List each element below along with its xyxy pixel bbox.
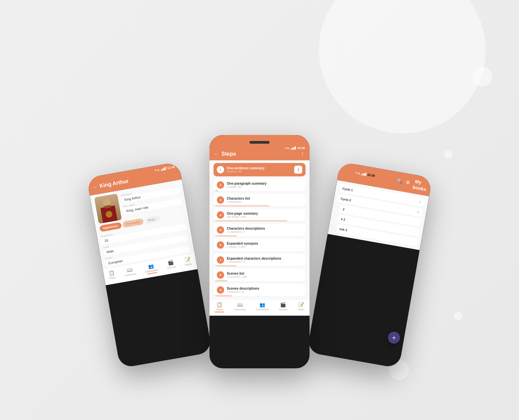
step-subtitle-4: 241 words / 300 [227,215,302,218]
bg-decoration-4 [454,312,462,320]
phones-scene: ▾▲ 12:30 ← King Arthur [109,52,410,368]
scenes-nav-label: Scenes [167,265,176,269]
step-number-9: 9 [217,286,224,294]
left-nav-summary[interactable]: 📖 Summary [124,266,137,278]
step-number-2: 2 [217,181,224,189]
step-title-2: One-paragraph summary [227,182,302,185]
center-time: 12:30 [297,146,305,150]
center-summary-nav-icon: 📖 [237,302,243,307]
center-nav-steps[interactable]: 📋 Steps [214,302,224,312]
center-title: Steps [221,151,236,157]
step-item-1[interactable]: 1 One-sentence summary 0 words / 50 ℹ [213,163,306,176]
step-subtitle-3: 4 characters [227,200,302,203]
center-header-row: ← Steps ⋮ [214,151,305,157]
center-scenes-nav-icon: 🎬 [280,302,286,307]
scenes-nav-icon: 🎬 [167,259,174,266]
step-info-icon-1[interactable]: ℹ [294,166,302,174]
step-progress-5 [213,235,236,236]
step-title-8: Scenes list [227,272,302,275]
phone-center: ▾▲ 12:30 ← Steps ⋮ [209,135,310,368]
right-time: 12:30 [367,173,375,178]
book-title: Cycle 1 [342,187,353,192]
center-notes-nav-icon: 📝 [298,302,304,307]
center-steps-nav-icon: 📋 [216,302,222,307]
step-subtitle-7: 1 characters / 4 [227,260,302,263]
right-signal-icon [361,172,367,176]
step-info-6: Expanded synopsis 0 words / 1 000 [227,242,302,248]
tab-biography[interactable]: Biogr... [144,215,161,224]
right-wifi-icon: ▾▲ [356,171,361,175]
step-info-9: Scenes descriptions 3 scences / 15 [227,287,302,293]
step-progress-3 [213,205,269,206]
tab-personality[interactable]: Personality [122,218,144,228]
step-item-9[interactable]: 9 Scenes descriptions 3 scences / 15 [213,284,306,296]
left-nav-scenes[interactable]: 🎬 Scenes [166,259,176,271]
step-number-8: 8 [217,271,224,279]
step-title-5: Characters descriptions [227,227,302,230]
step-title-9: Scenes descriptions [227,287,302,290]
notes-nav-icon: 📝 [184,257,191,263]
notes-nav-label: Notes [185,262,192,266]
left-signal-icon [161,167,166,171]
phone-center-inner: ▾▲ 12:30 ← Steps ⋮ [209,135,310,368]
center-bottom-nav: 📋 Steps 📖 Summary 👥 Characters 🎬 [209,299,310,316]
step-item-6[interactable]: 6 Expanded synopsis 0 words / 1 000 [213,239,306,251]
phone-right-inner: ▾▲ 12:30 🔍 ⚙ My books [307,162,432,368]
more-options-icon[interactable]: ⋮ [300,151,305,157]
right-title: My books [412,178,427,192]
step-title-7: Expanded characters descriptions [227,257,302,260]
center-screen-content: 1 One-sentence summary 0 words / 50 ℹ 2 … [209,160,310,316]
step-subtitle-8: 15 scences / 100 [227,275,302,278]
step-item-5[interactable]: 5 Characters descriptions 1 characters /… [213,224,306,236]
step-title-4: One-page summary [227,212,302,215]
center-characters-nav-label: Characters [256,308,269,311]
right-settings-icon[interactable]: ⚙ [405,179,411,185]
center-scenes-nav-label: Scenes [279,308,288,311]
characters-nav-icon: 👥 [147,263,154,269]
right-search-icon[interactable]: 🔍 [397,178,403,184]
left-nav-steps[interactable]: 📋 Steps [108,270,116,281]
step-subtitle-6: 0 words / 1 000 [227,245,302,248]
center-notes-nav-label: Notes [298,308,305,311]
step-subtitle-5: 1 characters / 4 [227,230,302,233]
phone-speaker [249,141,270,144]
left-nav-characters[interactable]: 👥 Characters [144,262,159,275]
chevron-up-icon: ∧ [417,210,420,214]
steps-list: 1 One-sentence summary 0 words / 50 ℹ 2 … [209,160,310,299]
step-progress-8 [213,280,227,281]
center-steps-nav-label: Steps [216,308,223,311]
step-progress-9 [213,295,232,296]
step-info-8: Scenes list 15 scences / 100 [227,272,302,278]
center-nav-active-indicator [214,312,224,312]
character-avatar [94,194,122,224]
step-item-4[interactable]: 4 One-page summary 241 words / 300 [213,209,306,221]
center-nav-scenes[interactable]: 🎬 Scenes [279,302,288,312]
center-nav-notes[interactable]: 📝 Notes [298,302,305,312]
center-summary-nav-label: Summary [234,308,246,311]
center-nav-characters[interactable]: 👥 Characters [256,302,269,312]
bg-decoration-3 [444,150,452,158]
left-back-button[interactable]: ← [93,184,98,190]
steps-nav-icon: 📋 [108,270,115,276]
step-item-2[interactable]: 2 One-paragraph summary 0 words / 50 [213,179,306,191]
book-title: Cycle 2 [340,197,351,202]
center-wifi-icon: ▾▲ [285,146,290,150]
step-info-1: One-sentence summary 0 words / 50 [227,166,292,173]
left-screen-content: Имя героя King Arthur Роль героя King, m… [90,179,197,285]
step-item-7[interactable]: 7 Expanded characters descriptions 1 cha… [213,254,306,266]
step-progress-6 [213,250,215,251]
summary-nav-label: Summary [125,272,136,277]
step-subtitle-1: 0 words / 50 [227,170,292,173]
step-title-3: Characters list [227,197,302,200]
left-nav-notes[interactable]: 📝 Notes [184,256,192,268]
chevron-down-icon: ∨ [419,200,422,204]
step-item-8[interactable]: 8 Scenes list 15 scences / 100 [213,269,306,281]
center-header: ▾▲ 12:30 ← Steps ⋮ [209,144,310,160]
step-item-3[interactable]: 3 Characters list 4 characters [213,194,306,206]
step-number-4: 4 [217,211,224,219]
center-back-button[interactable]: ← [214,151,219,157]
summary-nav-icon: 📖 [126,267,133,273]
step-info-2: One-paragraph summary 0 words / 50 [227,182,302,188]
center-nav-summary[interactable]: 📖 Summary [234,302,246,312]
center-signal-icon [291,146,296,150]
